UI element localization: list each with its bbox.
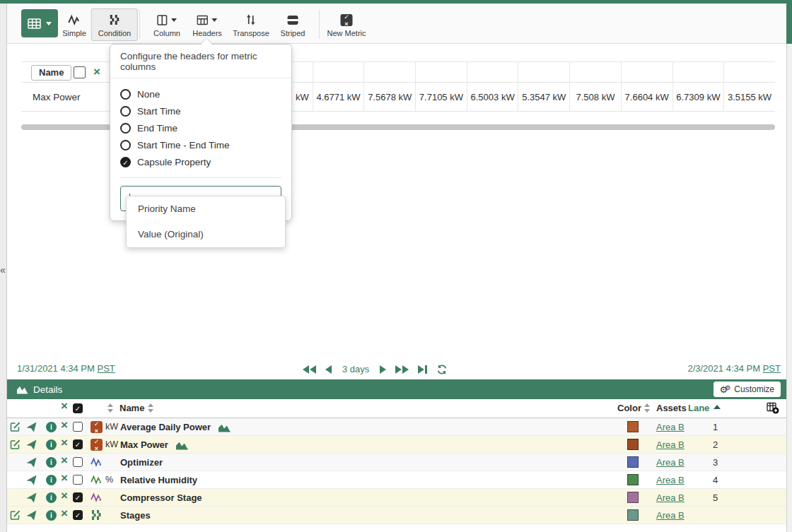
dropdown-option[interactable]: Value (Original) [127, 222, 285, 247]
trend-rocket-icon[interactable] [26, 510, 37, 521]
lane-column-header[interactable]: Lane [688, 403, 709, 413]
step-forward-button[interactable] [380, 365, 386, 374]
item-name: Compressor Stage [120, 492, 202, 503]
step-to-end-button[interactable] [418, 365, 427, 374]
metric-value-cell: 4.6771 kW [313, 83, 364, 111]
details-row: i × ✓× kW Average Daily Power Area B 1 [7, 418, 786, 436]
customize-button[interactable]: ⚙⚙ Customize [714, 382, 781, 397]
duration-label[interactable]: 3 days [342, 364, 369, 374]
row-checkbox[interactable] [73, 439, 83, 449]
remove-all-icon[interactable]: × [61, 400, 68, 412]
metric-header-cell [672, 62, 724, 82]
add-column-icon[interactable] [767, 402, 779, 414]
remove-icon[interactable]: × [61, 419, 68, 431]
end-timezone-link[interactable]: PST [763, 363, 781, 374]
asset-link[interactable]: Area B [656, 471, 685, 489]
toolbar-button-headers[interactable]: Headers [192, 13, 222, 37]
asset-link[interactable]: Area B [656, 507, 685, 524]
row-checkbox[interactable] [73, 492, 83, 502]
toolbar-button-condition[interactable]: Condition [91, 8, 138, 41]
row-checkbox[interactable] [73, 457, 83, 467]
headers-grid-icon [197, 15, 208, 25]
metric-value-cell: 7.6604 kW [621, 83, 672, 111]
sort-icon[interactable] [148, 403, 154, 413]
remove-icon[interactable]: × [61, 507, 68, 519]
trend-rocket-icon[interactable] [26, 475, 37, 485]
color-swatch[interactable] [627, 439, 639, 450]
info-icon[interactable]: i [46, 510, 57, 521]
collapse-panel-icon[interactable]: « [0, 264, 6, 276]
color-column-header[interactable]: Color [617, 403, 641, 413]
table-grid-icon [28, 18, 41, 29]
toolbar-button-column[interactable]: Column [153, 13, 180, 37]
main-content: Simple Condition Column Headers [7, 0, 786, 532]
header-option[interactable]: End Time [120, 119, 281, 136]
step-back-button[interactable] [325, 365, 332, 374]
toolbar-button-striped[interactable]: Striped [281, 13, 305, 37]
row-checkbox[interactable] [73, 475, 83, 485]
area-chart-icon [218, 422, 231, 432]
refresh-icon[interactable] [436, 364, 448, 375]
metric-header-cell [313, 62, 364, 82]
header-option[interactable]: Start Time [120, 102, 281, 119]
select-all-checkbox[interactable] [73, 403, 83, 413]
edit-icon[interactable] [9, 509, 21, 521]
info-icon[interactable]: i [46, 457, 57, 468]
step-forward-much-button[interactable] [395, 365, 409, 374]
row-checkbox[interactable] [73, 510, 83, 520]
edit-icon[interactable] [9, 421, 21, 432]
color-swatch[interactable] [627, 492, 639, 503]
name-column-header[interactable]: Name [120, 403, 144, 413]
column-icon [157, 15, 168, 25]
header-option[interactable]: Start Time - End Time [120, 136, 281, 153]
info-icon[interactable]: i [46, 475, 57, 485]
color-swatch[interactable] [627, 474, 639, 485]
popup-caret [201, 39, 212, 45]
row-checkbox[interactable] [73, 422, 83, 432]
table-view-menu-button[interactable] [21, 9, 58, 37]
edit-icon[interactable] [9, 439, 21, 450]
assets-column-header[interactable]: Assets [656, 403, 687, 413]
header-option[interactable]: Capsule Property [120, 153, 281, 170]
header-option[interactable]: None [120, 85, 281, 102]
toolbar-button-transpose[interactable]: Transpose [233, 13, 269, 37]
trend-rocket-icon[interactable] [26, 457, 37, 468]
color-swatch[interactable] [627, 509, 639, 521]
info-icon[interactable]: i [46, 492, 57, 503]
step-back-much-button[interactable] [303, 365, 316, 374]
start-timezone-link[interactable]: PST [97, 363, 115, 374]
toolbar-button-new-metric[interactable]: ✓× New Metric [327, 13, 366, 37]
area-chart-icon [16, 384, 28, 394]
info-icon[interactable]: i [46, 439, 57, 450]
dropdown-option[interactable]: Priority Name [127, 196, 285, 222]
remove-icon[interactable]: × [61, 472, 68, 484]
remove-icon[interactable]: × [61, 490, 68, 502]
toolbar-button-simple[interactable]: Simple [62, 13, 86, 37]
lane-value: 2 [713, 436, 718, 454]
info-icon[interactable]: i [46, 422, 57, 432]
asset-link[interactable]: Area B [656, 454, 685, 471]
asset-link[interactable]: Area B [656, 418, 685, 436]
sort-icon[interactable] [644, 403, 651, 413]
trend-rocket-icon[interactable] [26, 439, 37, 450]
striped-icon [287, 16, 298, 25]
trend-rocket-icon[interactable] [26, 422, 37, 432]
unit-label: kW [105, 418, 118, 436]
asset-link[interactable]: Area B [656, 436, 685, 454]
sort-icon[interactable] [107, 403, 114, 413]
remove-icon[interactable]: × [61, 454, 68, 466]
name-column-header[interactable]: Name [31, 65, 71, 81]
range-navigation: 3 days [303, 359, 448, 379]
remove-icon[interactable]: × [61, 437, 68, 449]
details-row: i × % Relative Humidity Area B 4 [7, 471, 786, 489]
header-checkbox[interactable] [74, 66, 86, 78]
chevron-down-icon [46, 22, 52, 25]
range-start: 1/31/2021 4:34 PM PST [17, 363, 115, 374]
right-panel-edge[interactable] [786, 4, 792, 532]
color-swatch[interactable] [627, 456, 639, 468]
metric-value-cell: 3.5155 kW [723, 83, 775, 111]
asset-link[interactable]: Area B [656, 489, 685, 507]
trend-rocket-icon[interactable] [26, 492, 37, 503]
color-swatch[interactable] [627, 421, 639, 432]
remove-column-icon[interactable]: × [93, 66, 100, 78]
